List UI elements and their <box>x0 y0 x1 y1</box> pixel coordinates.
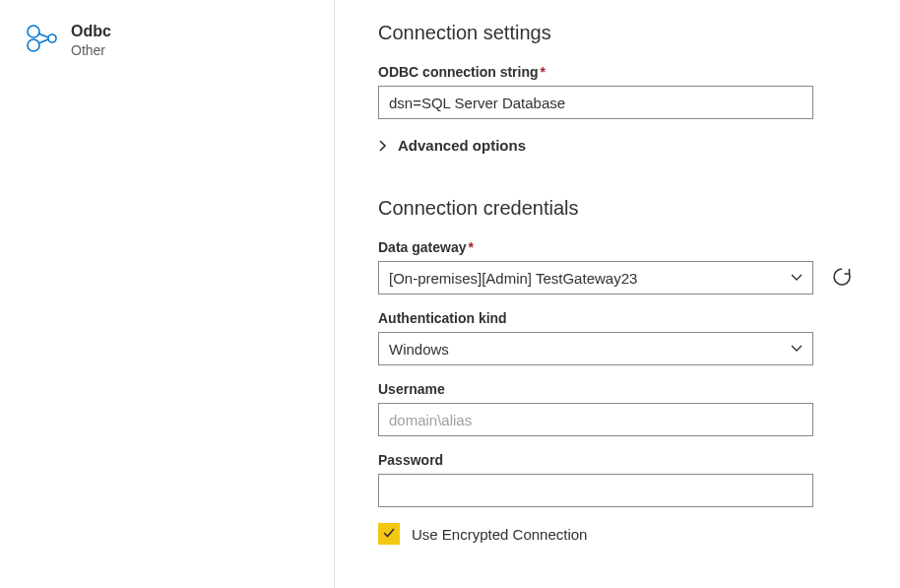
username-label: Username <box>378 381 857 397</box>
password-input[interactable] <box>378 474 813 507</box>
encrypted-connection-row: Use Encrypted Connection <box>378 523 857 545</box>
connector-title: Odbc <box>71 22 111 40</box>
connector-category: Other <box>71 42 111 58</box>
connection-string-input[interactable] <box>378 86 813 119</box>
password-label: Password <box>378 452 857 468</box>
svg-point-0 <box>28 26 39 37</box>
auth-kind-field: Authentication kind Windows <box>378 310 857 365</box>
auth-kind-label: Authentication kind <box>378 310 857 326</box>
required-asterisk: * <box>541 64 546 80</box>
chevron-right-icon <box>378 139 388 153</box>
password-field: Password <box>378 452 857 507</box>
username-field: Username <box>378 381 857 436</box>
sidebar: Odbc Other <box>0 0 335 588</box>
connection-string-label-text: ODBC connection string <box>378 64 539 80</box>
refresh-icon <box>831 266 853 291</box>
advanced-options-label: Advanced options <box>398 137 526 154</box>
connection-string-label: ODBC connection string* <box>378 64 857 80</box>
data-gateway-label: Data gateway* <box>378 239 857 255</box>
data-gateway-field: Data gateway* [On-premises][Admin] TestG… <box>378 239 857 294</box>
encrypted-connection-label: Use Encrypted Connection <box>412 526 587 543</box>
main-panel: Connection settings ODBC connection stri… <box>335 0 900 588</box>
connection-string-field: ODBC connection string* <box>378 64 857 119</box>
checkmark-icon <box>381 525 397 544</box>
refresh-gateway-button[interactable] <box>827 262 857 294</box>
required-asterisk: * <box>468 239 473 255</box>
advanced-options-toggle[interactable]: Advanced options <box>378 137 857 154</box>
connector-info: Odbc Other <box>71 22 111 568</box>
data-gateway-select[interactable]: [On-premises][Admin] TestGateway23 <box>378 261 813 294</box>
encrypted-connection-checkbox[interactable] <box>378 523 400 545</box>
username-input[interactable] <box>378 403 813 436</box>
odbc-icon <box>24 22 57 55</box>
auth-kind-select[interactable]: Windows <box>378 332 813 365</box>
svg-point-1 <box>28 39 39 51</box>
data-gateway-label-text: Data gateway <box>378 239 466 255</box>
connection-settings-heading: Connection settings <box>378 22 857 44</box>
connection-credentials-heading: Connection credentials <box>378 197 857 220</box>
svg-line-3 <box>38 33 48 37</box>
svg-line-4 <box>38 39 48 43</box>
svg-point-2 <box>48 34 56 42</box>
